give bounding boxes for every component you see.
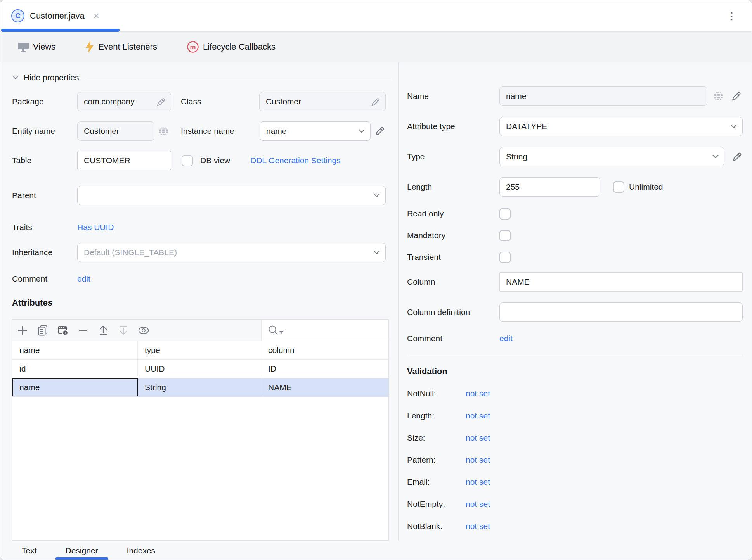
- chevron-down-icon: [374, 251, 380, 254]
- db-view-label: DB view: [200, 156, 230, 165]
- parent-dropdown[interactable]: [77, 186, 386, 205]
- entity-name-input[interactable]: [78, 122, 154, 140]
- edit-type-icon[interactable]: [732, 151, 743, 162]
- tab-text[interactable]: Text: [12, 541, 47, 560]
- package-field[interactable]: [77, 92, 171, 111]
- tab-indexes[interactable]: Indexes: [117, 541, 166, 560]
- table-row-id[interactable]: id UUID ID: [12, 360, 388, 378]
- edit-class-icon[interactable]: [371, 97, 381, 107]
- eye-icon: [138, 326, 149, 335]
- table-field[interactable]: [77, 151, 171, 170]
- transient-label: Transient: [407, 252, 499, 262]
- mandatory-label: Mandatory: [407, 231, 499, 240]
- class-field[interactable]: [259, 92, 386, 111]
- cell-name-type[interactable]: String: [138, 378, 261, 396]
- notempty-not-set-link[interactable]: not set: [466, 500, 490, 509]
- unlimited-checkbox[interactable]: [613, 181, 624, 193]
- length-not-set-link[interactable]: not set: [466, 411, 490, 420]
- cell-id-type[interactable]: UUID: [138, 360, 261, 378]
- column-input[interactable]: [500, 273, 742, 291]
- cell-id-name[interactable]: id: [12, 360, 138, 378]
- column-header-name[interactable]: name: [12, 341, 138, 359]
- move-up-button[interactable]: [98, 325, 109, 336]
- mandatory-checkbox[interactable]: [499, 230, 511, 241]
- length-field[interactable]: [499, 177, 600, 197]
- name-row: Name: [407, 86, 743, 106]
- copy-attribute-button[interactable]: [37, 325, 48, 336]
- mandatory-row: Mandatory: [407, 229, 743, 242]
- class-input[interactable]: [260, 92, 385, 111]
- cell-id-column[interactable]: ID: [261, 360, 388, 378]
- attributes-table: name type column id UUID ID name String …: [12, 341, 388, 397]
- column-field[interactable]: [499, 272, 743, 292]
- db-view-checkbox[interactable]: [182, 155, 193, 166]
- attribute-search-input[interactable]: [284, 320, 388, 341]
- add-lifecycle-method-button[interactable]: f: [57, 325, 68, 336]
- column-header-column[interactable]: column: [261, 341, 388, 359]
- table-row-name-selected[interactable]: name String NAME: [12, 378, 388, 397]
- chevron-down-icon: [374, 194, 380, 197]
- parent-row: Parent: [12, 186, 398, 205]
- name-field[interactable]: [499, 86, 707, 106]
- tab-designer[interactable]: Designer: [55, 541, 108, 560]
- notblank-not-set-link[interactable]: not set: [466, 522, 490, 531]
- copy-icon: [38, 325, 48, 336]
- validation-heading: Validation: [407, 366, 447, 377]
- table-input[interactable]: [78, 151, 171, 170]
- remove-attribute-button[interactable]: [78, 325, 88, 336]
- column-header-type[interactable]: type: [138, 341, 261, 359]
- inheritance-dropdown[interactable]: Default (SINGLE_TABLE): [77, 243, 386, 262]
- read-only-row: Read only: [407, 207, 743, 220]
- edit-name-icon[interactable]: [731, 91, 742, 102]
- entity-instance-row: Entity name Instance name name: [12, 121, 398, 141]
- pattern-not-set-link[interactable]: not set: [466, 455, 490, 465]
- column-definition-input[interactable]: [500, 303, 742, 321]
- cell-name-name[interactable]: name: [12, 378, 138, 396]
- move-down-button[interactable]: [118, 325, 129, 336]
- entity-toolbar: Views Event Listeners m Lifecycle Callba…: [0, 32, 752, 62]
- attribute-search-field[interactable]: [261, 320, 388, 341]
- lifecycle-callbacks-button[interactable]: m Lifecycle Callbacks: [187, 41, 276, 53]
- edit-attr-comment-link[interactable]: edit: [499, 334, 513, 343]
- search-options-caret-icon[interactable]: [279, 331, 283, 334]
- validation-divider: [407, 355, 743, 355]
- name-input[interactable]: [500, 87, 707, 105]
- attribute-type-dropdown[interactable]: DATATYPE: [499, 117, 743, 136]
- cell-name-column[interactable]: NAME: [261, 378, 388, 396]
- localization-globe-icon[interactable]: [159, 126, 168, 136]
- email-not-set-link[interactable]: not set: [466, 477, 490, 487]
- edit-instance-name-icon[interactable]: [374, 126, 385, 137]
- more-options-icon[interactable]: ⋮: [723, 9, 741, 23]
- notnull-not-set-link[interactable]: not set: [466, 389, 490, 398]
- read-only-checkbox[interactable]: [499, 208, 511, 220]
- localization-globe-icon[interactable]: [713, 91, 723, 101]
- attribute-type-label: Attribute type: [407, 122, 499, 131]
- bottom-tab-bar: Text Designer Indexes: [0, 541, 752, 560]
- hide-properties-toggle[interactable]: Hide properties: [12, 73, 398, 83]
- type-dropdown[interactable]: String: [499, 147, 724, 166]
- length-validation-label: Length:: [407, 411, 466, 420]
- event-listeners-button[interactable]: Event Listeners: [85, 41, 157, 53]
- ddl-generation-settings-link[interactable]: DDL Generation Settings: [250, 156, 341, 165]
- has-uuid-link[interactable]: Has UUID: [77, 223, 114, 232]
- add-attribute-button[interactable]: [17, 325, 28, 336]
- tab-title: Customer.java: [30, 11, 85, 21]
- length-label: Length: [407, 182, 499, 192]
- size-not-set-link[interactable]: not set: [466, 433, 490, 442]
- transient-row: Transient: [407, 251, 743, 263]
- length-input[interactable]: [500, 178, 600, 196]
- entity-name-field[interactable]: [77, 121, 154, 141]
- instance-name-dropdown[interactable]: name: [260, 121, 371, 141]
- view-attribute-button[interactable]: [138, 325, 149, 336]
- views-button[interactable]: Views: [17, 41, 55, 52]
- validation-notblank-row: NotBlank: not set: [407, 521, 743, 531]
- edit-comment-link[interactable]: edit: [77, 274, 90, 283]
- tab-customer-java[interactable]: C Customer.java ✕: [0, 0, 109, 31]
- plus-icon: [17, 325, 28, 335]
- edit-package-icon[interactable]: [156, 97, 166, 107]
- column-definition-field[interactable]: [499, 302, 743, 322]
- close-tab-icon[interactable]: ✕: [93, 11, 100, 21]
- attribute-detail-panel: Name Attribute: [399, 62, 752, 541]
- transient-checkbox[interactable]: [499, 252, 511, 263]
- instance-name-label: Instance name: [181, 126, 260, 136]
